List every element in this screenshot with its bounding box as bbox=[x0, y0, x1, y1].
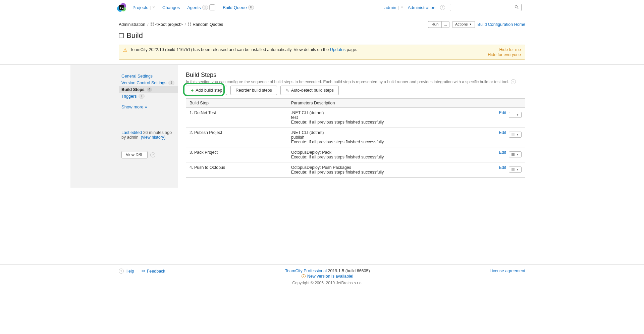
svg-rect-11 bbox=[188, 22, 189, 24]
nav-changes[interactable]: Changes bbox=[162, 5, 180, 10]
search-box[interactable] bbox=[450, 4, 522, 11]
updates-link[interactable]: Updates bbox=[330, 47, 346, 52]
crumb-administration[interactable]: Administration bbox=[119, 22, 145, 27]
run-button[interactable]: Run bbox=[428, 21, 441, 28]
view-dsl-button[interactable]: View DSL bbox=[121, 151, 148, 158]
table-row: 3. Pack ProjectOctopusDeploy: PackExecut… bbox=[186, 147, 525, 162]
table-row: 1. DotNet Test.NET CLI (dotnet)testExecu… bbox=[186, 108, 525, 128]
info-icon: i bbox=[302, 274, 306, 278]
agents-square-icon[interactable] bbox=[209, 4, 215, 10]
nav-agents[interactable]: Agents 1 bbox=[187, 4, 215, 10]
help-icon[interactable]: ? bbox=[511, 79, 516, 84]
view-history-link[interactable]: (view history) bbox=[141, 135, 166, 140]
help-icon: ? bbox=[119, 269, 124, 274]
section-title: Build Steps bbox=[186, 71, 525, 79]
actions-dropdown[interactable]: Actions▼ bbox=[452, 21, 475, 28]
breadcrumb: Administration / <Root project> / Random… bbox=[119, 22, 223, 27]
nav-build-queue[interactable]: Build Queue 0 bbox=[223, 5, 254, 10]
svg-rect-9 bbox=[151, 25, 152, 26]
edit-link[interactable]: Edit bbox=[499, 110, 506, 115]
crumb-root[interactable]: <Root project> bbox=[151, 22, 183, 27]
hide-for-everyone-link[interactable]: Hide for everyone bbox=[488, 52, 521, 57]
banner-text: TeamCity 2022.10 (build 116751) has been… bbox=[130, 47, 357, 52]
svg-text:TC: TC bbox=[120, 6, 124, 9]
row-menu-button[interactable]: ▼ bbox=[509, 151, 522, 157]
row-menu-button[interactable]: ▼ bbox=[509, 132, 522, 138]
build-config-icon bbox=[119, 33, 124, 38]
sidebar-item-version-control-settings[interactable]: Version Control Settings 1 bbox=[119, 80, 178, 86]
search-input[interactable] bbox=[453, 5, 515, 10]
svg-rect-14 bbox=[190, 25, 191, 26]
col-params: Parameters Description bbox=[288, 99, 488, 108]
project-icon bbox=[151, 22, 154, 27]
build-config-home-link[interactable]: Build Configuration Home bbox=[478, 22, 525, 27]
svg-point-5 bbox=[515, 6, 518, 8]
table-row: 2. Publish Project.NET CLI (dotnet)publi… bbox=[186, 128, 525, 147]
topbar: TC Projects |▽ Changes Agents 1 Build Qu… bbox=[0, 0, 644, 15]
help-icon[interactable]: ? bbox=[150, 152, 155, 157]
svg-rect-10 bbox=[153, 25, 154, 26]
table-row: 4. Push to OctopusOctopusDeploy: Push Pa… bbox=[186, 162, 525, 178]
edit-link[interactable]: Edit bbox=[499, 130, 506, 135]
last-edited-meta: Last edited 26 minutes ago by admin (vie… bbox=[119, 130, 178, 140]
row-menu-button[interactable]: ▼ bbox=[509, 112, 522, 118]
svg-rect-12 bbox=[190, 22, 191, 24]
nav-projects[interactable]: Projects |▽ bbox=[132, 5, 155, 10]
svg-rect-7 bbox=[151, 22, 152, 24]
sidebar: General SettingsVersion Control Settings… bbox=[70, 65, 178, 188]
sidebar-item-triggers[interactable]: Triggers 1 bbox=[119, 93, 178, 100]
section-desc: In this section you can configure the se… bbox=[186, 79, 525, 84]
plus-icon: + bbox=[191, 88, 194, 93]
administration-link[interactable]: Administration bbox=[408, 5, 435, 10]
edit-link[interactable]: Edit bbox=[499, 165, 506, 170]
show-more-link[interactable]: Show more » bbox=[121, 104, 147, 109]
warning-icon: ⚠ bbox=[123, 47, 127, 53]
last-edited-link[interactable]: Last edited bbox=[121, 130, 142, 135]
search-icon bbox=[515, 5, 519, 10]
sidebar-item-general-settings[interactable]: General Settings bbox=[119, 73, 178, 80]
project-icon bbox=[188, 22, 191, 27]
autodetect-build-steps-button[interactable]: ✎Auto-detect build steps bbox=[280, 86, 339, 95]
row-menu-button[interactable]: ▼ bbox=[509, 166, 522, 173]
agents-count-badge: 1 bbox=[202, 5, 208, 10]
page-title: Build bbox=[119, 30, 525, 45]
copyright: Copyright © 2006–2019 JetBrains s.r.o. bbox=[285, 281, 370, 285]
col-build-step: Build Step bbox=[186, 99, 288, 108]
teamcity-logo[interactable]: TC bbox=[116, 2, 126, 12]
build-steps-table: Build Step Parameters Description 1. Dot… bbox=[186, 98, 525, 178]
svg-rect-8 bbox=[153, 22, 154, 24]
svg-rect-13 bbox=[188, 25, 189, 26]
queue-count-badge: 0 bbox=[248, 5, 254, 10]
footer-help-link[interactable]: ?Help bbox=[119, 269, 134, 274]
help-icon[interactable]: ? bbox=[440, 5, 445, 10]
nav-links: Projects |▽ Changes Agents 1 Build Queue… bbox=[132, 4, 254, 10]
mail-icon: ✉ bbox=[142, 269, 145, 274]
hide-for-me-link[interactable]: Hide for me bbox=[488, 47, 521, 52]
update-banner: ⚠ TeamCity 2022.10 (build 116751) has be… bbox=[119, 45, 525, 60]
reorder-build-steps-button[interactable]: Reorder build steps bbox=[230, 86, 277, 95]
run-more-button[interactable]: ... bbox=[441, 21, 449, 28]
add-build-step-button[interactable]: +Add build step bbox=[186, 86, 227, 95]
wand-icon: ✎ bbox=[285, 88, 289, 93]
user-menu[interactable]: admin |▽ bbox=[384, 5, 403, 10]
sidebar-item-build-steps[interactable]: Build Steps 4 bbox=[119, 86, 178, 93]
footer-feedback-link[interactable]: ✉Feedback bbox=[142, 269, 165, 274]
edit-link[interactable]: Edit bbox=[499, 150, 506, 155]
new-version-link[interactable]: New version is available! bbox=[307, 274, 354, 279]
crumb-project[interactable]: Random Quotes bbox=[188, 22, 223, 27]
license-link[interactable]: License agreement bbox=[490, 269, 525, 273]
svg-line-6 bbox=[517, 8, 518, 9]
footer-product-link[interactable]: TeamCity Professional bbox=[285, 269, 327, 273]
